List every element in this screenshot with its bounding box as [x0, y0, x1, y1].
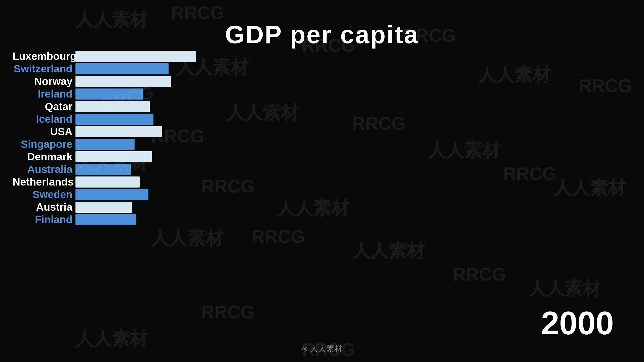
bar	[75, 63, 169, 74]
country-label: Switzerland	[13, 63, 75, 75]
bar-row: Luxembourg	[13, 50, 204, 62]
watermark-text: RRCG	[503, 163, 556, 184]
bar	[75, 88, 143, 100]
chart-title: GDP per capita	[225, 20, 419, 49]
country-label: Australia	[13, 163, 75, 175]
bar	[75, 176, 140, 188]
country-label: Austria	[13, 201, 75, 213]
watermark-text: 人人素材	[553, 176, 626, 200]
country-label: Iceland	[13, 113, 75, 125]
bar	[75, 114, 153, 125]
country-label: Luxembourg	[13, 50, 75, 62]
bar-row: Norway	[13, 75, 204, 87]
bar-chart: LuxembourgSwitzerlandNorwayIrelandQatarI…	[13, 50, 204, 226]
bar	[75, 101, 150, 112]
watermark-text: 人人素材	[151, 226, 223, 250]
watermark-text: RRCG	[453, 264, 506, 285]
watermark-text: 人人素材	[226, 101, 299, 125]
watermark-text: RRCG	[252, 226, 305, 247]
bar	[75, 214, 136, 225]
bar	[75, 51, 196, 62]
watermark-text: 人人素材	[277, 196, 349, 220]
country-label: Netherlands	[13, 176, 75, 188]
bar-row: Austria	[13, 201, 204, 213]
bar-row: Switzerland	[13, 63, 204, 75]
watermark-text: 人人素材	[478, 63, 550, 87]
watermark-text: 人人素材	[428, 138, 500, 162]
watermark-text: RRCG	[201, 176, 255, 197]
bar	[75, 126, 162, 137]
bar	[75, 202, 132, 213]
bar	[75, 76, 171, 87]
country-label: Norway	[13, 75, 75, 87]
bar	[75, 151, 152, 162]
country-label: Denmark	[13, 151, 75, 163]
country-label: Qatar	[13, 101, 75, 113]
watermark-text: RRCG	[171, 3, 224, 23]
country-label: USA	[13, 126, 75, 138]
bar-row: Finland	[13, 214, 204, 226]
watermark-text: RRCG	[201, 302, 255, 322]
bar	[75, 139, 135, 150]
year-label: 2000	[541, 304, 614, 342]
bar	[75, 164, 131, 175]
bar-row: Sweden	[13, 189, 204, 201]
bar-row: USA	[13, 126, 204, 138]
bar-row: Netherlands	[13, 176, 204, 188]
watermark-text: 人人素材	[352, 239, 425, 263]
bottom-logo: ⊙ 人人素材	[302, 343, 342, 354]
bar-row: Ireland	[13, 88, 204, 100]
bar-row: Iceland	[13, 113, 204, 125]
country-label: Ireland	[13, 88, 75, 100]
watermark-text: 人人素材	[528, 277, 601, 301]
bar-row: Singapore	[13, 138, 204, 150]
watermark-text: 人人素材	[75, 327, 148, 351]
bar-row: Australia	[13, 163, 204, 175]
country-label: Sweden	[13, 189, 75, 201]
country-label: Singapore	[13, 138, 75, 150]
bar-row: Denmark	[13, 151, 204, 163]
bar	[75, 189, 148, 200]
bar-row: Qatar	[13, 101, 204, 113]
watermark-text: RRCG	[579, 75, 632, 96]
watermark-text: RRCG	[352, 113, 406, 134]
country-label: Finland	[13, 214, 75, 226]
watermark-text: 人人素材	[75, 8, 148, 32]
